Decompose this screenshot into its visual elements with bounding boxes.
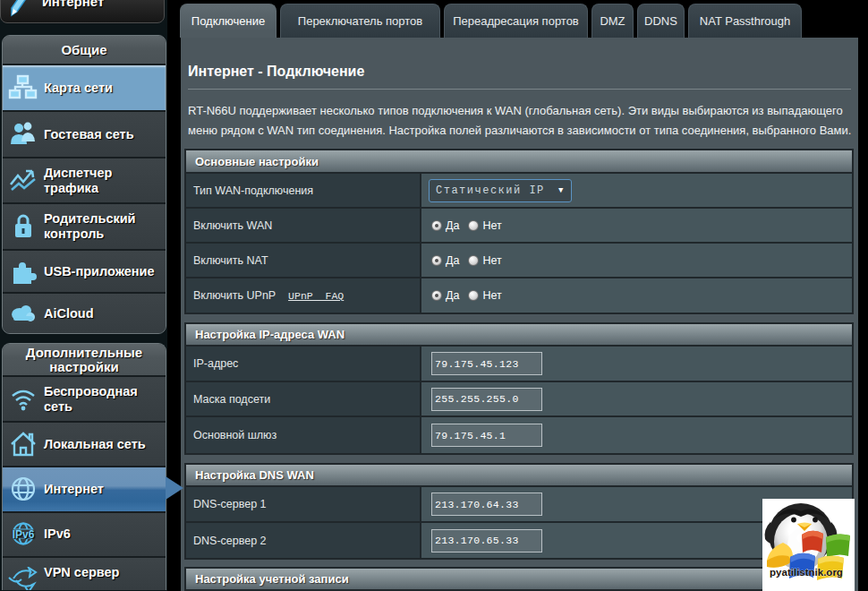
svg-text:pyatilistnik.org: pyatilistnik.org bbox=[770, 567, 843, 578]
svg-text:IPv6: IPv6 bbox=[13, 527, 35, 540]
